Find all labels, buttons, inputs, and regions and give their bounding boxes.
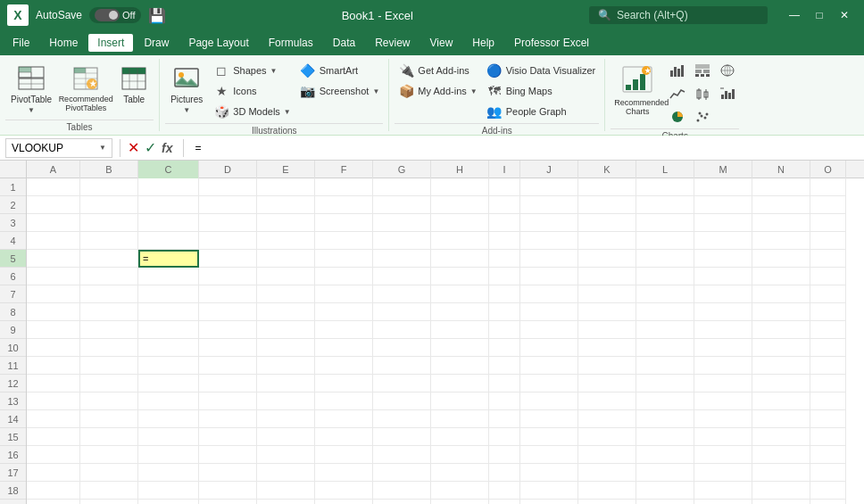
cell-m2[interactable] — [694, 196, 752, 214]
menu-page-layout[interactable]: Page Layout — [179, 34, 257, 52]
cell-i9[interactable] — [489, 321, 520, 339]
cell-b19[interactable] — [80, 500, 138, 504]
cell-l12[interactable] — [636, 375, 694, 392]
3d-models-dropdown-icon[interactable]: ▼ — [284, 108, 291, 116]
cell-m15[interactable] — [694, 428, 752, 446]
cell-f17[interactable] — [315, 464, 373, 482]
menu-file[interactable]: File — [4, 34, 38, 52]
cell-h11[interactable] — [431, 357, 489, 375]
cell-h10[interactable] — [431, 339, 489, 357]
cell-o9[interactable] — [810, 321, 846, 339]
cell-d17[interactable] — [199, 464, 257, 482]
cell-l13[interactable] — [636, 392, 694, 410]
cell-e16[interactable] — [257, 446, 315, 464]
cell-b15[interactable] — [80, 428, 138, 446]
cell-m6[interactable] — [694, 268, 752, 285]
cell-h16[interactable] — [431, 446, 489, 464]
cell-m19[interactable] — [694, 500, 752, 504]
cell-f6[interactable] — [315, 268, 373, 285]
cell-c2[interactable] — [138, 196, 199, 214]
cell-j17[interactable] — [520, 464, 578, 482]
cell-k6[interactable] — [578, 268, 636, 285]
cell-c8[interactable] — [138, 303, 199, 321]
cell-e10[interactable] — [257, 339, 315, 357]
cell-d2[interactable] — [199, 196, 257, 214]
cell-i19[interactable] — [489, 500, 520, 504]
cell-e4[interactable] — [257, 232, 315, 250]
cell-g7[interactable] — [373, 285, 431, 303]
save-icon[interactable]: 💾 — [148, 6, 166, 24]
cell-c7[interactable] — [138, 285, 199, 303]
cell-a17[interactable] — [27, 464, 80, 482]
cell-b14[interactable] — [80, 410, 138, 428]
cell-n15[interactable] — [752, 428, 810, 446]
cell-g6[interactable] — [373, 268, 431, 285]
cell-n4[interactable] — [752, 232, 810, 250]
cell-d7[interactable] — [199, 285, 257, 303]
cell-a13[interactable] — [27, 392, 80, 410]
menu-data[interactable]: Data — [324, 34, 364, 52]
cell-e2[interactable] — [257, 196, 315, 214]
cell-n5[interactable] — [752, 250, 810, 268]
cell-d13[interactable] — [199, 392, 257, 410]
cell-b2[interactable] — [80, 196, 138, 214]
cell-o14[interactable] — [810, 410, 846, 428]
cell-g3[interactable] — [373, 214, 431, 232]
cell-c10[interactable] — [138, 339, 199, 357]
cell-f15[interactable] — [315, 428, 373, 446]
cell-j5[interactable] — [520, 250, 578, 268]
cell-l8[interactable] — [636, 303, 694, 321]
cell-g19[interactable] — [373, 500, 431, 504]
cell-l9[interactable] — [636, 321, 694, 339]
cell-e14[interactable] — [257, 410, 315, 428]
cell-h1[interactable] — [431, 178, 489, 196]
cell-n8[interactable] — [752, 303, 810, 321]
pictures-dropdown-icon[interactable]: ▼ — [183, 106, 190, 114]
cell-k15[interactable] — [578, 428, 636, 446]
cell-b7[interactable] — [80, 285, 138, 303]
cell-c4[interactable] — [138, 232, 199, 250]
cell-o12[interactable] — [810, 375, 846, 392]
cell-j19[interactable] — [520, 500, 578, 504]
cell-i18[interactable] — [489, 482, 520, 500]
cell-l4[interactable] — [636, 232, 694, 250]
fx-button[interactable]: fx — [162, 141, 172, 155]
cell-o1[interactable] — [810, 178, 846, 196]
cell-d9[interactable] — [199, 321, 257, 339]
cell-c1[interactable] — [138, 178, 199, 196]
cell-h14[interactable] — [431, 410, 489, 428]
table-button[interactable]: Table — [114, 61, 154, 108]
cell-g1[interactable] — [373, 178, 431, 196]
menu-insert[interactable]: Insert — [88, 34, 133, 52]
cell-d3[interactable] — [199, 214, 257, 232]
cell-f4[interactable] — [315, 232, 373, 250]
hierarchy-chart-button[interactable] — [691, 61, 714, 80]
cell-n11[interactable] — [752, 357, 810, 375]
cell-g17[interactable] — [373, 464, 431, 482]
cell-m18[interactable] — [694, 482, 752, 500]
cell-n7[interactable] — [752, 285, 810, 303]
cell-e7[interactable] — [257, 285, 315, 303]
cell-m12[interactable] — [694, 375, 752, 392]
cell-c3[interactable] — [138, 214, 199, 232]
cell-i11[interactable] — [489, 357, 520, 375]
cell-j15[interactable] — [520, 428, 578, 446]
cell-n2[interactable] — [752, 196, 810, 214]
cell-b9[interactable] — [80, 321, 138, 339]
cell-k2[interactable] — [578, 196, 636, 214]
cell-l18[interactable] — [636, 482, 694, 500]
cell-m10[interactable] — [694, 339, 752, 357]
cell-e19[interactable] — [257, 500, 315, 504]
cell-d4[interactable] — [199, 232, 257, 250]
bing-maps-button[interactable]: 🗺 Bing Maps — [483, 81, 599, 101]
cell-d14[interactable] — [199, 410, 257, 428]
get-addins-button[interactable]: 🔌 Get Add-ins — [395, 61, 480, 80]
cell-i2[interactable] — [489, 196, 520, 214]
people-graph-button[interactable]: 👥 People Graph — [483, 102, 599, 121]
search-box[interactable]: 🔍 Search (Alt+Q) — [589, 6, 768, 24]
cell-f10[interactable] — [315, 339, 373, 357]
cell-a9[interactable] — [27, 321, 80, 339]
bar-chart-button[interactable] — [666, 61, 689, 80]
recommended-charts-button[interactable]: ★ Recommended Charts — [611, 61, 664, 120]
cell-h15[interactable] — [431, 428, 489, 446]
